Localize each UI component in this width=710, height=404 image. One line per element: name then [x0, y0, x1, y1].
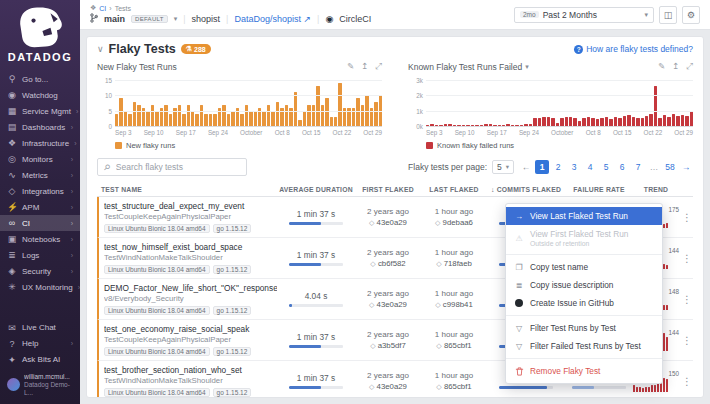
datadog-logo[interactable]: DATADOG [0, 0, 80, 67]
page-button-5[interactable]: 5 [599, 160, 613, 174]
first-flaked-cell: 2 years ago◇ a3b5df7 [355, 330, 421, 350]
per-page-select[interactable]: 5 ▾ [492, 160, 514, 174]
sidebar-item-ci[interactable]: ∞CI› [0, 215, 80, 231]
commit-icon: ◇ [370, 260, 375, 267]
sidebar-item-logs[interactable]: ≣Logs› [0, 247, 80, 263]
last-flaked-time: 1 hour ago [421, 248, 487, 257]
first-flaked-commit[interactable]: ◇ 43e0a29 [355, 218, 421, 227]
chevron-down-icon[interactable]: ▾ [174, 15, 178, 23]
row-actions-button[interactable]: ⋮ [679, 294, 695, 305]
search-box[interactable]: ⚲ [97, 158, 247, 176]
chevron-right-icon: › [71, 156, 73, 163]
collapse-caret-icon[interactable]: ∨ [97, 44, 104, 54]
sidebar-item-ux-monitoring[interactable]: ✳UX Monitoring› [0, 279, 80, 295]
duration-bar-fill [289, 263, 321, 266]
last-flaked-commit[interactable]: ◇ 718faeb [421, 259, 487, 268]
bar-plot[interactable]: 151050 [115, 77, 382, 127]
row-actions-button[interactable]: ⋮ [679, 376, 695, 387]
chart-bar [498, 125, 501, 126]
sidebar-item-go-to[interactable]: ⚲Go to... [0, 71, 80, 87]
export-icon[interactable]: ↥ [672, 61, 679, 72]
menu-item-remove-flaky-test[interactable]: Remove Flaky Test [506, 362, 662, 380]
help-link[interactable]: ?How are flaky tests defined? [574, 44, 693, 54]
repo-link[interactable]: DataDog/shopist ↗ [234, 14, 311, 24]
split-view-button[interactable]: ◫ [659, 6, 677, 24]
column-header-trend[interactable]: TREND [633, 186, 679, 193]
settings-button[interactable]: ⚙ [682, 6, 700, 24]
row-actions-button[interactable]: ⋮ [679, 212, 695, 223]
page-button-2[interactable]: 2 [551, 160, 565, 174]
first-flaked-commit[interactable]: ◇ a3b5df7 [355, 341, 421, 350]
chart-bar [573, 118, 576, 126]
sidebar-item-dashboards[interactable]: ▤Dashboards› [0, 119, 80, 135]
expand-icon[interactable]: ⤢ [686, 61, 693, 72]
first-flaked-commit[interactable]: ◇ cb6f582 [355, 259, 421, 268]
sidebar-item-infrastructure[interactable]: ❖Infrastructure› [0, 135, 80, 151]
page-button-6[interactable]: 6 [615, 160, 629, 174]
sidebar-item-notebooks[interactable]: ▣Notebooks› [0, 231, 80, 247]
sidebar-item-service-mgmt[interactable]: ▦Service Mgmt› [0, 103, 80, 119]
column-header-first-flaked[interactable]: FIRST FLAKED [355, 186, 421, 193]
sidebar-item-monitors[interactable]: ◎Monitors› [0, 151, 80, 167]
last-flaked-commit[interactable]: ◇ 865cbf1 [421, 341, 487, 350]
page-button-4[interactable]: 4 [583, 160, 597, 174]
time-range-select[interactable]: 2mo Past 2 Months ▾ [514, 7, 654, 23]
bar-plot[interactable]: 3k2k1k0k [426, 77, 693, 127]
sidebar-item-integrations[interactable]: ◇Integrations› [0, 183, 80, 199]
first-flaked-commit[interactable]: ◇ 43e0a29 [355, 300, 421, 309]
menu-item-create-issue-in-github[interactable]: Create Issue in GitHub [506, 294, 662, 312]
chart-bar [119, 98, 122, 126]
trend-count-label: 148 [668, 288, 679, 295]
sidebar-item-metrics[interactable]: ∿Metrics› [0, 167, 80, 183]
expand-icon[interactable]: ⤢ [375, 61, 382, 72]
chevron-right-icon: › [78, 284, 80, 291]
menu-item-view-last-flaked-test-run[interactable]: →View Last Flaked Test Run [506, 207, 662, 225]
chart-title[interactable]: Known Flaky Test Runs Failed [408, 62, 522, 72]
edit-chart-icon[interactable]: ✎ [347, 61, 354, 72]
page-button-58[interactable]: 58 [663, 160, 677, 174]
sidebar-item-ask-bits-ai[interactable]: ✦Ask Bits AI [0, 352, 80, 368]
last-flaked-commit[interactable]: ◇ 865cbf1 [421, 382, 487, 391]
last-flaked-commit[interactable]: ◇ 9debaa6 [421, 218, 487, 227]
branch-name[interactable]: main [104, 14, 125, 24]
page-button-7[interactable]: 7 [631, 160, 645, 174]
chart-bar [484, 124, 487, 126]
column-header-last-flaked[interactable]: LAST FLAKED [421, 186, 487, 193]
chevron-down-icon[interactable]: ▾ [525, 63, 529, 71]
row-actions-button[interactable]: ⋮ [679, 253, 695, 264]
last-flaked-cell: 1 hour ago◇ 9debaa6 [421, 207, 487, 227]
first-flaked-commit[interactable]: ◇ 43e0a29 [355, 382, 421, 391]
column-header-test-name[interactable]: TEST NAME [97, 186, 277, 193]
sidebar-item-help[interactable]: ?Help› [0, 336, 80, 352]
search-input[interactable] [114, 161, 240, 173]
edit-chart-icon[interactable]: ✎ [658, 61, 665, 72]
next-page-button[interactable]: → [679, 160, 693, 174]
trend-bar [666, 265, 668, 269]
menu-item-copy-test-name[interactable]: ❐Copy test name [506, 258, 662, 276]
service-name[interactable]: shopist [192, 14, 221, 24]
test-tags: Linux Ubuntu Bionic 18.04 amd64go 1.15.1… [104, 387, 277, 397]
chevron-right-icon: › [71, 268, 73, 275]
chart-bar [565, 117, 568, 126]
prev-page-button[interactable]: ← [519, 160, 533, 174]
menu-item-filter-test-runs-by-test[interactable]: ▽Filter Test Runs by Test [506, 319, 662, 337]
page-button-3[interactable]: 3 [567, 160, 581, 174]
row-actions-button[interactable]: ⋮ [679, 335, 695, 346]
last-flaked-commit[interactable]: ◇ c998b41 [421, 300, 487, 309]
user-menu[interactable]: william.mcmul... Datadog Demo-L... [0, 368, 80, 404]
page-button-1[interactable]: 1 [535, 160, 549, 174]
column-header-average-duration[interactable]: AVERAGE DURATION [277, 186, 355, 193]
chart-bar [493, 125, 496, 126]
export-icon[interactable]: ↥ [361, 61, 368, 72]
menu-item-filter-failed-test-runs-by-test[interactable]: ▽Filter Failed Test Runs by Test [506, 337, 662, 355]
sidebar-item-apm[interactable]: ⚡APM› [0, 199, 80, 215]
sidebar-item-watchdog[interactable]: ◉Watchdog [0, 87, 80, 103]
trend-bar [642, 388, 644, 392]
last-flaked-cell: 1 hour ago◇ 865cbf1 [421, 371, 487, 391]
column-header-failure-rate[interactable]: FAILURE RATE [565, 186, 633, 193]
breadcrumb-section[interactable]: CI [99, 5, 106, 12]
menu-item-copy-issue-description[interactable]: ≣Copy issue description [506, 276, 662, 294]
sidebar-item-live-chat[interactable]: ✉Live Chat [0, 320, 80, 336]
column-header-commits-flaked[interactable]: ↓ COMMITS FLAKED [487, 186, 565, 193]
sidebar-item-security[interactable]: ◈Security› [0, 263, 80, 279]
